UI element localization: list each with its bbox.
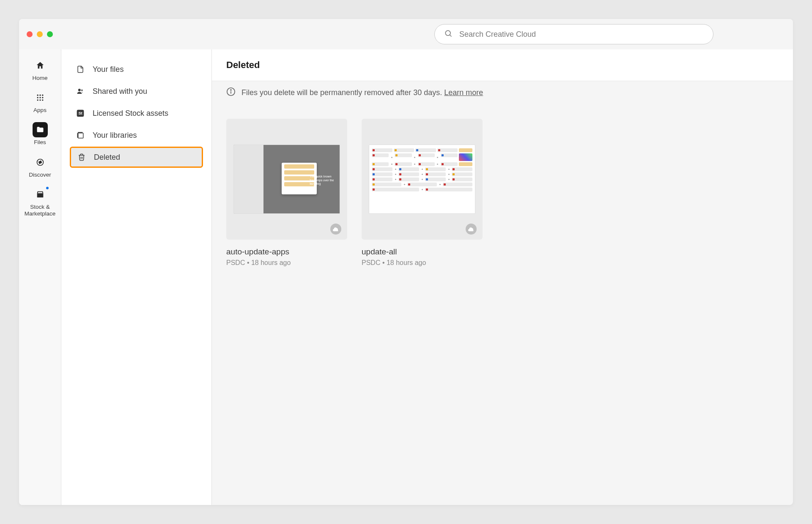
home-icon bbox=[33, 58, 48, 73]
sidebar-item-label: Your libraries bbox=[93, 131, 137, 140]
sidebar: Your files Shared with you St Licensed S… bbox=[61, 49, 212, 505]
app-window: Home Apps Files Discover bbox=[19, 19, 793, 505]
file-card[interactable]: The quick brown fox jumps over the lazy … bbox=[226, 119, 347, 267]
rail-label: Discover bbox=[29, 172, 51, 178]
content-header: Deleted bbox=[212, 49, 793, 81]
window-controls bbox=[27, 31, 53, 37]
maximize-window-button[interactable] bbox=[47, 31, 53, 37]
files-icon bbox=[33, 122, 48, 137]
svg-text:St: St bbox=[78, 111, 82, 115]
svg-point-4 bbox=[42, 95, 43, 96]
search-input[interactable] bbox=[459, 30, 704, 39]
file-name: update-all bbox=[362, 247, 483, 257]
sidebar-item-label: Licensed Stock assets bbox=[93, 109, 168, 118]
content-area: Deleted Files you delete will be permane… bbox=[212, 49, 793, 505]
sidebar-item-libraries[interactable]: Your libraries bbox=[70, 125, 203, 146]
svg-point-8 bbox=[37, 99, 38, 101]
svg-point-0 bbox=[445, 30, 450, 35]
nav-rail: Home Apps Files Discover bbox=[19, 49, 61, 505]
cloud-icon bbox=[466, 224, 477, 235]
trash-icon bbox=[77, 153, 86, 162]
svg-point-9 bbox=[39, 99, 41, 101]
svg-point-10 bbox=[42, 99, 43, 101]
svg-point-7 bbox=[42, 97, 43, 98]
rail-label: Stock & Marketplace bbox=[22, 204, 58, 217]
rail-item-discover[interactable]: Discover bbox=[22, 155, 58, 178]
stock-icon: St bbox=[76, 109, 85, 118]
svg-marker-12 bbox=[38, 161, 41, 164]
rail-label: Apps bbox=[33, 107, 47, 114]
file-card[interactable]: update-all PSDC • 18 hours ago bbox=[362, 119, 483, 267]
svg-point-14 bbox=[81, 90, 83, 92]
svg-point-13 bbox=[78, 89, 81, 91]
rail-item-files[interactable]: Files bbox=[22, 122, 58, 146]
discover-icon bbox=[33, 155, 48, 170]
svg-point-3 bbox=[39, 95, 41, 96]
file-thumbnail bbox=[362, 119, 483, 240]
rail-item-stock[interactable]: Stock & Marketplace bbox=[22, 187, 58, 217]
svg-point-2 bbox=[37, 95, 38, 96]
minimize-window-button[interactable] bbox=[37, 31, 43, 37]
sidebar-item-stock-assets[interactable]: St Licensed Stock assets bbox=[70, 103, 203, 124]
sidebar-item-deleted[interactable]: Deleted bbox=[70, 147, 203, 168]
info-icon bbox=[226, 87, 236, 98]
main-area: Home Apps Files Discover bbox=[19, 49, 793, 505]
rail-label: Files bbox=[34, 139, 46, 146]
rail-item-home[interactable]: Home bbox=[22, 58, 58, 82]
people-icon bbox=[76, 87, 85, 96]
libraries-icon bbox=[76, 131, 85, 140]
page-title: Deleted bbox=[226, 60, 779, 71]
file-grid: The quick brown fox jumps over the lazy … bbox=[212, 104, 793, 281]
rail-item-apps[interactable]: Apps bbox=[22, 90, 58, 114]
file-meta: PSDC • 18 hours ago bbox=[226, 259, 347, 267]
file-name: auto-update-apps bbox=[226, 247, 347, 257]
info-bar: Files you delete will be permanently rem… bbox=[212, 81, 793, 104]
cloud-icon bbox=[330, 224, 341, 235]
svg-point-6 bbox=[39, 97, 41, 98]
file-icon bbox=[76, 65, 85, 74]
close-window-button[interactable] bbox=[27, 31, 33, 37]
svg-rect-17 bbox=[78, 133, 83, 138]
svg-point-5 bbox=[37, 97, 38, 98]
svg-line-1 bbox=[450, 35, 452, 37]
search-icon bbox=[444, 29, 453, 39]
file-thumbnail: The quick brown fox jumps over the lazy … bbox=[226, 119, 347, 240]
sidebar-item-shared[interactable]: Shared with you bbox=[70, 81, 203, 102]
sidebar-item-label: Your files bbox=[93, 65, 123, 74]
info-text: Files you delete will be permanently rem… bbox=[241, 88, 483, 97]
rail-label: Home bbox=[32, 75, 47, 82]
marketplace-icon bbox=[33, 187, 48, 202]
notification-badge bbox=[45, 186, 49, 190]
apps-icon bbox=[33, 90, 48, 105]
sidebar-item-label: Deleted bbox=[94, 153, 120, 162]
sidebar-item-label: Shared with you bbox=[93, 87, 147, 96]
file-meta: PSDC • 18 hours ago bbox=[362, 259, 483, 267]
learn-more-link[interactable]: Learn more bbox=[444, 88, 483, 97]
titlebar bbox=[19, 19, 793, 49]
sidebar-item-your-files[interactable]: Your files bbox=[70, 59, 203, 80]
search-container bbox=[434, 24, 713, 44]
svg-point-20 bbox=[230, 90, 231, 90]
search-box[interactable] bbox=[434, 24, 713, 44]
